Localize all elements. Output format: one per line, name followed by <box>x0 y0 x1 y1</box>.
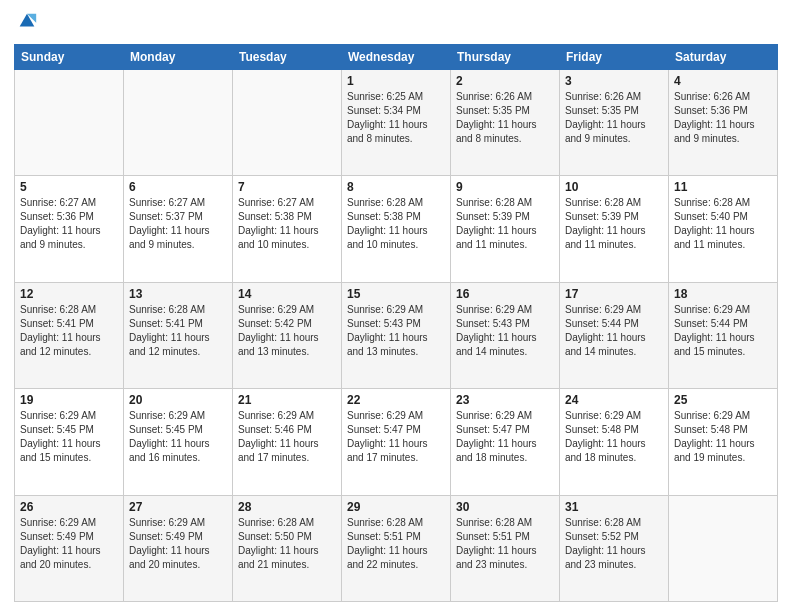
day-number: 4 <box>674 74 772 88</box>
calendar-cell: 10Sunrise: 6:28 AM Sunset: 5:39 PM Dayli… <box>560 176 669 282</box>
day-info: Sunrise: 6:29 AM Sunset: 5:48 PM Dayligh… <box>674 409 772 465</box>
day-info: Sunrise: 6:29 AM Sunset: 5:43 PM Dayligh… <box>456 303 554 359</box>
calendar-cell: 27Sunrise: 6:29 AM Sunset: 5:49 PM Dayli… <box>124 495 233 601</box>
calendar-cell <box>15 70 124 176</box>
calendar-cell: 25Sunrise: 6:29 AM Sunset: 5:48 PM Dayli… <box>669 389 778 495</box>
calendar-header-saturday: Saturday <box>669 45 778 70</box>
calendar-cell: 24Sunrise: 6:29 AM Sunset: 5:48 PM Dayli… <box>560 389 669 495</box>
calendar-cell: 31Sunrise: 6:28 AM Sunset: 5:52 PM Dayli… <box>560 495 669 601</box>
calendar-cell: 30Sunrise: 6:28 AM Sunset: 5:51 PM Dayli… <box>451 495 560 601</box>
calendar-cell <box>669 495 778 601</box>
calendar-cell <box>233 70 342 176</box>
day-info: Sunrise: 6:28 AM Sunset: 5:41 PM Dayligh… <box>20 303 118 359</box>
day-info: Sunrise: 6:29 AM Sunset: 5:49 PM Dayligh… <box>20 516 118 572</box>
calendar-cell: 16Sunrise: 6:29 AM Sunset: 5:43 PM Dayli… <box>451 282 560 388</box>
day-number: 8 <box>347 180 445 194</box>
calendar-cell: 11Sunrise: 6:28 AM Sunset: 5:40 PM Dayli… <box>669 176 778 282</box>
day-number: 29 <box>347 500 445 514</box>
calendar-cell: 7Sunrise: 6:27 AM Sunset: 5:38 PM Daylig… <box>233 176 342 282</box>
calendar-cell: 12Sunrise: 6:28 AM Sunset: 5:41 PM Dayli… <box>15 282 124 388</box>
calendar-header-thursday: Thursday <box>451 45 560 70</box>
calendar-header-row: SundayMondayTuesdayWednesdayThursdayFrid… <box>15 45 778 70</box>
day-info: Sunrise: 6:29 AM Sunset: 5:44 PM Dayligh… <box>674 303 772 359</box>
day-number: 27 <box>129 500 227 514</box>
day-number: 11 <box>674 180 772 194</box>
calendar-cell: 22Sunrise: 6:29 AM Sunset: 5:47 PM Dayli… <box>342 389 451 495</box>
day-info: Sunrise: 6:29 AM Sunset: 5:43 PM Dayligh… <box>347 303 445 359</box>
calendar-week-2: 5Sunrise: 6:27 AM Sunset: 5:36 PM Daylig… <box>15 176 778 282</box>
calendar-cell: 15Sunrise: 6:29 AM Sunset: 5:43 PM Dayli… <box>342 282 451 388</box>
day-info: Sunrise: 6:26 AM Sunset: 5:35 PM Dayligh… <box>565 90 663 146</box>
day-number: 10 <box>565 180 663 194</box>
day-number: 6 <box>129 180 227 194</box>
calendar-cell: 21Sunrise: 6:29 AM Sunset: 5:46 PM Dayli… <box>233 389 342 495</box>
calendar-cell: 28Sunrise: 6:28 AM Sunset: 5:50 PM Dayli… <box>233 495 342 601</box>
calendar-cell: 20Sunrise: 6:29 AM Sunset: 5:45 PM Dayli… <box>124 389 233 495</box>
day-info: Sunrise: 6:28 AM Sunset: 5:52 PM Dayligh… <box>565 516 663 572</box>
day-number: 23 <box>456 393 554 407</box>
day-number: 1 <box>347 74 445 88</box>
calendar-cell: 3Sunrise: 6:26 AM Sunset: 5:35 PM Daylig… <box>560 70 669 176</box>
calendar-cell: 4Sunrise: 6:26 AM Sunset: 5:36 PM Daylig… <box>669 70 778 176</box>
calendar-cell: 23Sunrise: 6:29 AM Sunset: 5:47 PM Dayli… <box>451 389 560 495</box>
calendar-week-3: 12Sunrise: 6:28 AM Sunset: 5:41 PM Dayli… <box>15 282 778 388</box>
day-info: Sunrise: 6:27 AM Sunset: 5:36 PM Dayligh… <box>20 196 118 252</box>
day-number: 24 <box>565 393 663 407</box>
calendar-cell: 14Sunrise: 6:29 AM Sunset: 5:42 PM Dayli… <box>233 282 342 388</box>
day-number: 26 <box>20 500 118 514</box>
page: SundayMondayTuesdayWednesdayThursdayFrid… <box>0 0 792 612</box>
day-info: Sunrise: 6:28 AM Sunset: 5:41 PM Dayligh… <box>129 303 227 359</box>
day-number: 15 <box>347 287 445 301</box>
calendar-cell: 29Sunrise: 6:28 AM Sunset: 5:51 PM Dayli… <box>342 495 451 601</box>
day-info: Sunrise: 6:28 AM Sunset: 5:39 PM Dayligh… <box>456 196 554 252</box>
day-info: Sunrise: 6:26 AM Sunset: 5:36 PM Dayligh… <box>674 90 772 146</box>
calendar-cell: 1Sunrise: 6:25 AM Sunset: 5:34 PM Daylig… <box>342 70 451 176</box>
day-number: 20 <box>129 393 227 407</box>
day-number: 13 <box>129 287 227 301</box>
logo <box>14 14 38 36</box>
day-number: 7 <box>238 180 336 194</box>
calendar-cell: 13Sunrise: 6:28 AM Sunset: 5:41 PM Dayli… <box>124 282 233 388</box>
day-number: 19 <box>20 393 118 407</box>
day-info: Sunrise: 6:29 AM Sunset: 5:45 PM Dayligh… <box>20 409 118 465</box>
day-info: Sunrise: 6:29 AM Sunset: 5:42 PM Dayligh… <box>238 303 336 359</box>
day-number: 2 <box>456 74 554 88</box>
day-info: Sunrise: 6:28 AM Sunset: 5:40 PM Dayligh… <box>674 196 772 252</box>
day-number: 16 <box>456 287 554 301</box>
calendar-week-4: 19Sunrise: 6:29 AM Sunset: 5:45 PM Dayli… <box>15 389 778 495</box>
calendar-cell: 26Sunrise: 6:29 AM Sunset: 5:49 PM Dayli… <box>15 495 124 601</box>
day-number: 12 <box>20 287 118 301</box>
calendar-cell: 2Sunrise: 6:26 AM Sunset: 5:35 PM Daylig… <box>451 70 560 176</box>
day-number: 21 <box>238 393 336 407</box>
day-info: Sunrise: 6:28 AM Sunset: 5:51 PM Dayligh… <box>347 516 445 572</box>
day-number: 14 <box>238 287 336 301</box>
day-number: 5 <box>20 180 118 194</box>
calendar-table: SundayMondayTuesdayWednesdayThursdayFrid… <box>14 44 778 602</box>
day-info: Sunrise: 6:27 AM Sunset: 5:37 PM Dayligh… <box>129 196 227 252</box>
calendar-cell: 8Sunrise: 6:28 AM Sunset: 5:38 PM Daylig… <box>342 176 451 282</box>
day-info: Sunrise: 6:27 AM Sunset: 5:38 PM Dayligh… <box>238 196 336 252</box>
day-number: 3 <box>565 74 663 88</box>
day-number: 28 <box>238 500 336 514</box>
calendar-header-tuesday: Tuesday <box>233 45 342 70</box>
day-info: Sunrise: 6:28 AM Sunset: 5:38 PM Dayligh… <box>347 196 445 252</box>
day-number: 22 <box>347 393 445 407</box>
calendar-cell: 5Sunrise: 6:27 AM Sunset: 5:36 PM Daylig… <box>15 176 124 282</box>
day-number: 30 <box>456 500 554 514</box>
calendar-cell: 9Sunrise: 6:28 AM Sunset: 5:39 PM Daylig… <box>451 176 560 282</box>
calendar-header-monday: Monday <box>124 45 233 70</box>
day-info: Sunrise: 6:29 AM Sunset: 5:47 PM Dayligh… <box>456 409 554 465</box>
day-number: 18 <box>674 287 772 301</box>
day-info: Sunrise: 6:25 AM Sunset: 5:34 PM Dayligh… <box>347 90 445 146</box>
logo-icon <box>16 10 38 36</box>
day-info: Sunrise: 6:29 AM Sunset: 5:47 PM Dayligh… <box>347 409 445 465</box>
calendar-cell <box>124 70 233 176</box>
day-number: 17 <box>565 287 663 301</box>
day-info: Sunrise: 6:29 AM Sunset: 5:48 PM Dayligh… <box>565 409 663 465</box>
day-info: Sunrise: 6:29 AM Sunset: 5:45 PM Dayligh… <box>129 409 227 465</box>
day-info: Sunrise: 6:26 AM Sunset: 5:35 PM Dayligh… <box>456 90 554 146</box>
day-info: Sunrise: 6:29 AM Sunset: 5:46 PM Dayligh… <box>238 409 336 465</box>
calendar-cell: 17Sunrise: 6:29 AM Sunset: 5:44 PM Dayli… <box>560 282 669 388</box>
day-info: Sunrise: 6:28 AM Sunset: 5:51 PM Dayligh… <box>456 516 554 572</box>
calendar-cell: 6Sunrise: 6:27 AM Sunset: 5:37 PM Daylig… <box>124 176 233 282</box>
